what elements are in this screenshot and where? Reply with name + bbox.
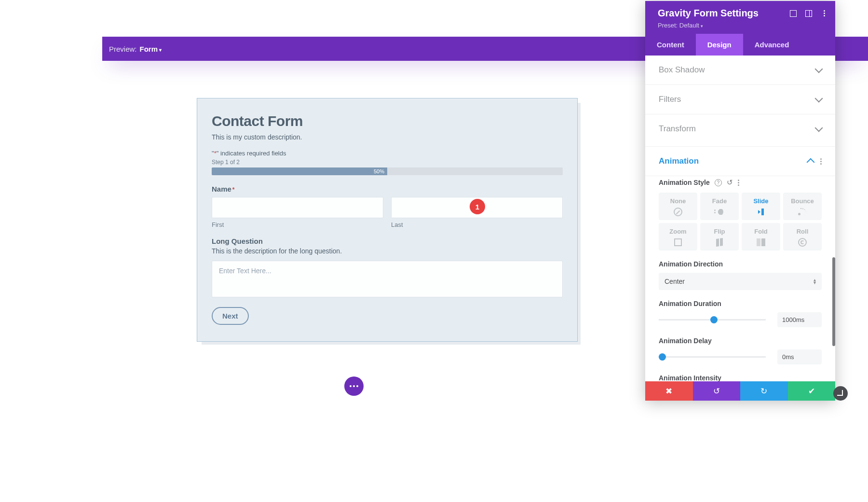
close-button[interactable]: ✖ bbox=[645, 381, 693, 401]
animation-style-slide[interactable]: Slide bbox=[742, 193, 780, 220]
progress-percent: 50% bbox=[374, 167, 384, 175]
progress-bar: 50% bbox=[212, 167, 563, 175]
chevron-down-icon bbox=[815, 124, 823, 132]
resize-handle[interactable] bbox=[833, 386, 848, 401]
panel-footer: ✖ ↺ ↻ ✔ bbox=[645, 381, 835, 401]
animation-style-label: Animation Style bbox=[659, 179, 710, 186]
layout-icon[interactable] bbox=[805, 10, 812, 17]
panel-tabs: Content Design Advanced bbox=[645, 34, 835, 56]
step-indicator: Step 1 of 2 bbox=[212, 159, 563, 166]
slider-thumb[interactable] bbox=[659, 353, 666, 361]
progress-fill: 50% bbox=[212, 167, 387, 175]
preset-dropdown[interactable]: Preset: Default bbox=[658, 22, 827, 29]
panel-body: Box Shadow Filters Transform Animation A… bbox=[645, 56, 835, 401]
animation-delay-label: Animation Delay bbox=[659, 337, 822, 345]
help-icon[interactable]: ? bbox=[715, 179, 722, 186]
form-description: This is my custom description. bbox=[212, 133, 563, 141]
slider-thumb[interactable] bbox=[710, 316, 718, 323]
chevron-down-icon bbox=[815, 65, 823, 73]
animation-style-none[interactable]: None bbox=[659, 193, 697, 220]
animation-style-bounce[interactable]: Bounce bbox=[783, 193, 822, 220]
section-box-shadow[interactable]: Box Shadow bbox=[645, 56, 835, 85]
animation-style-zoom[interactable]: Zoom bbox=[659, 223, 697, 251]
save-button[interactable]: ✔ bbox=[788, 381, 836, 401]
required-note: "*" indicates required fields bbox=[212, 150, 563, 157]
panel-header: Gravity Form Settings Preset: Default bbox=[645, 1, 835, 34]
select-arrows-icon: ▴▾ bbox=[814, 279, 816, 284]
redo-button[interactable]: ↻ bbox=[740, 381, 788, 401]
animation-direction-label: Animation Direction bbox=[659, 260, 822, 268]
long-question-textarea[interactable]: Enter Text Here... bbox=[212, 261, 563, 297]
animation-style-flip[interactable]: Flip bbox=[700, 223, 739, 251]
option-more-icon[interactable] bbox=[738, 180, 739, 186]
animation-style-grid: None Fade Slide Bounce Zoom bbox=[659, 193, 822, 251]
animation-duration-label: Animation Duration bbox=[659, 300, 822, 307]
annotation-badge-1: 1 bbox=[470, 199, 485, 214]
next-button[interactable]: Next bbox=[212, 307, 249, 325]
animation-section-body: Animation Style ? ↺ None Fade Slide bbox=[645, 176, 835, 390]
section-more-icon[interactable] bbox=[820, 158, 822, 165]
animation-delay-slider[interactable] bbox=[659, 356, 766, 358]
animation-delay-value[interactable]: 0ms bbox=[777, 349, 822, 364]
section-animation[interactable]: Animation bbox=[645, 146, 835, 176]
tab-content[interactable]: Content bbox=[645, 34, 696, 56]
chevron-down-icon bbox=[815, 95, 823, 103]
tab-advanced[interactable]: Advanced bbox=[743, 34, 801, 56]
more-icon[interactable] bbox=[821, 10, 827, 17]
animation-style-fold[interactable]: Fold bbox=[742, 223, 780, 251]
tab-design[interactable]: Design bbox=[696, 34, 743, 56]
first-name-sublabel: First bbox=[212, 221, 383, 228]
animation-direction-select[interactable]: Center ▴▾ bbox=[659, 273, 822, 290]
undo-button[interactable]: ↺ bbox=[693, 381, 741, 401]
first-name-input[interactable] bbox=[212, 197, 383, 218]
scrollbar-indicator[interactable] bbox=[832, 257, 835, 346]
animation-style-fade[interactable]: Fade bbox=[700, 193, 739, 220]
reset-icon[interactable]: ↺ bbox=[727, 178, 733, 187]
preview-label: Preview: bbox=[109, 45, 137, 53]
animation-duration-value[interactable]: 1000ms bbox=[777, 312, 822, 327]
last-name-sublabel: Last bbox=[391, 221, 563, 228]
long-question-label: Long Question bbox=[212, 237, 563, 245]
long-question-description: This is the description for the long que… bbox=[212, 247, 563, 255]
section-transform[interactable]: Transform bbox=[645, 114, 835, 146]
preview-dropdown[interactable]: Form bbox=[140, 45, 162, 53]
form-preview: Contact Form This is my custom descripti… bbox=[197, 98, 578, 342]
section-filters[interactable]: Filters bbox=[645, 85, 835, 114]
form-title: Contact Form bbox=[212, 113, 563, 129]
animation-intensity-label: Animation Intensity bbox=[659, 374, 822, 382]
name-field-label: Name* bbox=[212, 185, 563, 193]
panel-title: Gravity Form Settings bbox=[658, 8, 759, 19]
animation-duration-slider[interactable] bbox=[659, 319, 766, 321]
expand-icon[interactable] bbox=[790, 10, 797, 17]
more-actions-fab[interactable] bbox=[344, 376, 364, 396]
chevron-up-icon bbox=[807, 158, 815, 167]
settings-panel: Gravity Form Settings Preset: Default Co… bbox=[645, 1, 835, 401]
animation-style-roll[interactable]: Roll bbox=[783, 223, 822, 251]
